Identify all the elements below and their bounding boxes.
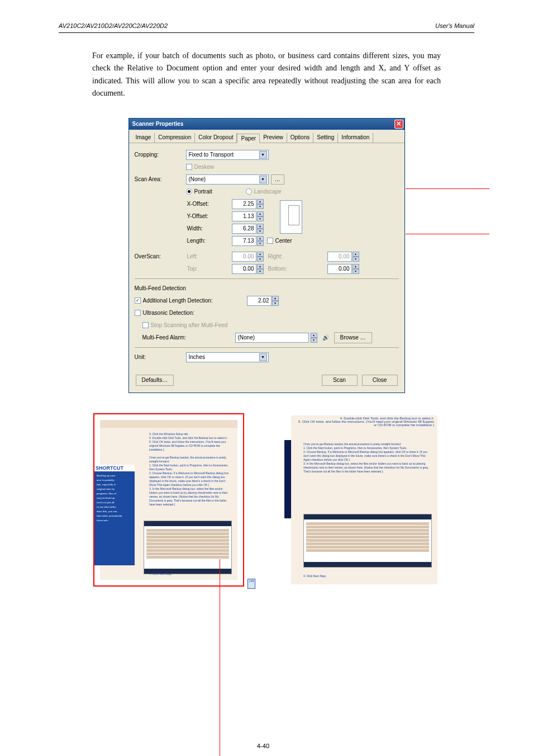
scanarea-dropdown[interactable]: (None) ▼ xyxy=(186,174,269,185)
doc-model: AV210C2/AV210D2/AV220C2/AV220D2 xyxy=(59,22,168,29)
tab-options[interactable]: Options xyxy=(287,133,313,143)
os-right-label: Right: xyxy=(268,253,294,259)
close-button[interactable]: Close xyxy=(362,375,398,386)
doc-right: User's Manual xyxy=(435,22,474,29)
length-value: 7.13 xyxy=(232,236,256,246)
deskew-checkbox xyxy=(186,164,192,170)
callout-arrow xyxy=(406,188,489,189)
scanner-properties-dialog: Scanner Properties ✕ Image Compression C… xyxy=(129,118,405,393)
tab-preview[interactable]: Preview xyxy=(260,133,287,143)
yoffset-stepper[interactable]: 1.13▲▼ xyxy=(232,211,264,221)
cropping-label: Cropping: xyxy=(135,152,186,158)
width-stepper[interactable]: 6.28▲▼ xyxy=(232,224,264,234)
os-bottom-label: Bottom: xyxy=(268,266,294,272)
offset-preview xyxy=(280,200,302,234)
center-label: Center xyxy=(275,238,292,244)
mf-alarm-down[interactable]: ▼ xyxy=(311,338,317,343)
browse-button[interactable]: Browse … xyxy=(334,332,372,343)
tab-paper[interactable]: Paper xyxy=(237,134,260,143)
tab-image[interactable]: Image xyxy=(132,133,155,143)
mf-add-stepper[interactable]: 2.02▲▼ xyxy=(247,296,279,306)
chevron-down-icon: ▼ xyxy=(259,176,267,183)
yoffset-label: Y-Offset: xyxy=(187,213,232,219)
os-top-label: Top: xyxy=(187,266,232,272)
deskew-label: Deskew xyxy=(194,164,215,170)
example-page-left: Using Programs When Your PC Needs a Tune… xyxy=(93,413,244,587)
mf-alarm-label: Multi-Feed Alarm: xyxy=(135,334,235,341)
mf-add-checkbox[interactable]: ✓ xyxy=(135,297,141,304)
landscape-radio xyxy=(246,188,252,195)
center-checkbox[interactable] xyxy=(267,238,273,244)
cropping-dropdown[interactable]: Fixed to Transport ▼ xyxy=(186,150,269,160)
tab-information[interactable]: Information xyxy=(338,133,373,143)
portrait-radio[interactable] xyxy=(186,188,192,195)
unit-dropdown[interactable]: Inches ▼ xyxy=(186,352,269,362)
length-stepper[interactable]: 7.13▲▼ xyxy=(232,236,264,246)
mf-ultra-label: Ultrasonic Detection: xyxy=(143,310,194,316)
tab-compression[interactable]: Compression xyxy=(155,133,195,143)
overscan-label: OverScan: xyxy=(135,253,186,259)
dialog-title: Scanner Properties xyxy=(132,121,184,127)
mf-ultra-checkbox[interactable] xyxy=(135,310,141,316)
example-images: Using Programs When Your PC Needs a Tune… xyxy=(0,413,533,587)
tab-setting[interactable]: Setting xyxy=(313,133,338,143)
unit-value: Inches xyxy=(189,354,205,360)
scanarea-value: (None) xyxy=(189,176,206,182)
tab-strip: Image Compression Color Dropout Paper Pr… xyxy=(129,130,404,143)
speaker-icon[interactable]: 🔊 xyxy=(321,333,331,343)
cropping-value: Fixed to Transport xyxy=(189,152,234,158)
close-icon[interactable]: ✕ xyxy=(394,120,403,129)
chevron-down-icon: ▼ xyxy=(259,353,267,361)
portrait-label: Portrait xyxy=(194,188,212,195)
xoffset-stepper[interactable]: 2.25▲▼ xyxy=(232,199,264,209)
os-top-value: 0.00 xyxy=(232,264,256,274)
os-right-value: 0.00 xyxy=(327,252,352,262)
callout-line xyxy=(220,559,220,756)
tab-color-dropout[interactable]: Color Dropout xyxy=(195,133,237,143)
defaults-button[interactable]: Defaults… xyxy=(136,375,174,386)
scanarea-more-button[interactable]: … xyxy=(271,174,284,185)
xoffset-value: 2.25 xyxy=(232,199,256,209)
mf-stop-checkbox xyxy=(142,322,149,328)
os-left-value: 0.00 xyxy=(232,252,256,262)
os-left-label: Left: xyxy=(187,253,232,259)
width-value: 6.28 xyxy=(232,224,256,234)
length-label: Length: xyxy=(187,238,232,244)
os-left-stepper: 0.00▲▼ xyxy=(232,252,264,262)
scan-button[interactable]: Scan xyxy=(322,375,358,386)
page-number: 4-40 xyxy=(257,743,269,749)
mf-add-label: Additional Length Detection: xyxy=(143,297,247,304)
callout-arrow xyxy=(406,234,489,234)
body-paragraph: For example, if your batch of documents … xyxy=(0,33,533,100)
os-top-stepper[interactable]: 0.00▲▼ xyxy=(232,264,264,274)
page-tab-icon: 149 xyxy=(248,579,255,589)
yoffset-value: 1.13 xyxy=(232,211,256,221)
mf-alarm-value: (None) xyxy=(238,334,255,341)
mf-label: Multi-Feed Detection xyxy=(135,285,186,291)
example-page-right: 4. Double-click Disk Tools, and click th… xyxy=(289,413,440,587)
mf-add-value: 2.02 xyxy=(247,296,272,306)
os-bottom-value: 0.00 xyxy=(327,264,352,274)
chevron-down-icon: ▼ xyxy=(259,151,267,159)
width-label: Width: xyxy=(187,225,232,231)
os-bottom-stepper[interactable]: 0.00▲▼ xyxy=(327,264,359,274)
unit-label: Unit: xyxy=(135,354,186,360)
scanarea-label: Scan Area: xyxy=(135,176,186,182)
landscape-label: Landscape xyxy=(254,188,282,195)
mf-alarm-dropdown[interactable]: (None) xyxy=(235,333,309,343)
xoffset-label: X-Offset: xyxy=(187,201,232,207)
mf-alarm-up[interactable]: ▲ xyxy=(311,333,317,338)
os-right-stepper: 0.00▲▼ xyxy=(327,252,359,262)
mf-stop-label: Stop Scanning after Multi-Feed xyxy=(151,322,228,328)
